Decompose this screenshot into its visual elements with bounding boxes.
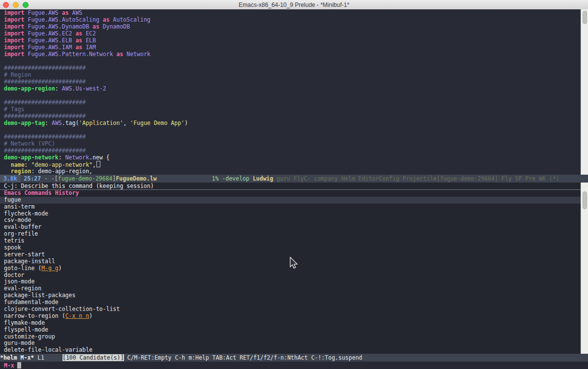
segment-hmlplain: L1	[37, 354, 48, 361]
helm-candidate[interactable]: package-list-packages	[0, 292, 581, 299]
helm-header-line: C-j: Describe this command (keeping sess…	[0, 183, 581, 190]
helm-candidate[interactable]: ansi-term	[0, 204, 581, 211]
helm-candidate[interactable]: doctor	[0, 272, 581, 279]
segment-mlgreen: 1% -develop	[212, 175, 253, 182]
candidate-label: delete-file-local-variable	[4, 346, 93, 353]
segment-hmlbold: *helm M-x*	[0, 354, 37, 361]
segment-key: name	[11, 161, 25, 168]
segment-kw: import	[4, 16, 28, 23]
titlebar[interactable]: Emacs-x86_64-10_9 Prelude - *Minibuf-1*	[0, 0, 588, 10]
candidate-label: customize-group	[4, 333, 55, 340]
segment-kw: as	[75, 44, 86, 51]
segment-mod: AutoScaling	[113, 16, 151, 23]
candidate-keybinding: C-x n n	[65, 312, 89, 319]
segment-cm: ########################	[4, 78, 86, 85]
candidate-label: guru-mode	[4, 339, 34, 346]
helm-candidate-list: fugueansi-termflycheck-modecsv-modeeval-…	[0, 197, 581, 354]
helm-candidate[interactable]: spook	[0, 245, 581, 251]
emacs-window: Emacs-x86_64-10_9 Prelude - *Minibuf-1* …	[0, 0, 588, 369]
segment-pl	[4, 168, 11, 175]
helm-candidate[interactable]: flycheck-mode	[0, 211, 581, 217]
candidate-label: eval-buffer	[4, 223, 41, 230]
helm-candidate[interactable]: csv-mode	[0, 217, 581, 224]
code-line: ########################	[4, 147, 581, 154]
segment-str: 'Fugue Demo App'	[130, 120, 185, 126]
helm-candidate[interactable]: eval-region	[0, 285, 581, 292]
code-line	[4, 92, 581, 99]
scrollbar-thumb[interactable]	[583, 11, 587, 24]
zoom-button-icon[interactable]	[23, 2, 29, 8]
candidate-label: package-list-packages	[4, 292, 75, 299]
segment-pl: )	[185, 120, 188, 126]
segment-var: demo-app-region	[4, 85, 55, 92]
helm-candidate[interactable]: clojure-convert-collection-to-list	[0, 306, 581, 313]
segment-mlblue2: 25:27	[21, 175, 44, 182]
helm-source-header: Emacs Commands History	[0, 190, 581, 197]
helm-candidate[interactable]: tetris	[0, 238, 581, 245]
helm-candidate[interactable]: guru-mode	[0, 340, 581, 347]
close-button-icon[interactable]	[3, 2, 9, 8]
segment-pl: :	[25, 161, 31, 168]
helm-candidate[interactable]: fugue	[0, 197, 581, 204]
text-cursor	[17, 362, 21, 369]
code-line: name: "demo-app-network",	[4, 161, 581, 168]
helm-candidate[interactable]: flymake-mode	[0, 320, 581, 327]
candidate-label: flymake-mode	[4, 319, 45, 326]
scrollbar-thumb[interactable]	[583, 191, 587, 209]
minibuffer[interactable]: M-x	[0, 362, 588, 369]
segment-kw: import	[4, 23, 28, 30]
segment-kw: as	[116, 51, 126, 58]
segment-mod: Fugue.AWS.AutoScaling	[28, 16, 102, 23]
code-line: import Fugue.AWS.EC2 as EC2	[4, 30, 581, 37]
code-line: import Fugue.AWS.AutoScaling as AutoScal…	[4, 16, 581, 23]
segment-mod: Fugue.AWS	[28, 9, 62, 16]
code-line: import Fugue.AWS.ELB as ELB	[4, 37, 581, 44]
segment-mod: Fugue.AWS.EC2	[28, 30, 75, 37]
scrollbar-helm[interactable]	[581, 183, 588, 354]
segment-cm: ########################	[4, 64, 86, 71]
helm-candidate[interactable]: fundamental-mode	[0, 299, 581, 306]
helm-candidate[interactable]: org-refile	[0, 231, 581, 238]
helm-candidate[interactable]: delete-file-local-variable	[0, 347, 581, 354]
segment-mlgreen2: fugue-demo-29684	[58, 175, 113, 182]
minimize-button-icon[interactable]	[13, 2, 19, 8]
code-line: demo-app-region: AWS.Us-west-2	[4, 85, 581, 92]
segment-pl: :	[55, 85, 62, 92]
segment-cm: ########################	[4, 113, 86, 120]
helm-candidate[interactable]: narrow-to-region (C-x n n)	[0, 313, 581, 320]
segment-key: region	[11, 168, 31, 175]
segment-mod: DynamoDB	[103, 23, 130, 30]
segment-mod: Network	[65, 154, 89, 161]
candidate-label: package-install	[4, 258, 55, 265]
segment-kw: import	[4, 37, 28, 44]
helm-candidate[interactable]: eval-buffer	[0, 224, 581, 231]
helm-candidate[interactable]: flyspell-mode	[0, 327, 581, 334]
minibuffer-prompt: M-x	[4, 362, 14, 369]
helm-candidate[interactable]: json-mode	[0, 278, 581, 285]
segment-pl: :	[31, 168, 38, 175]
candidate-label: flyspell-mode	[4, 326, 48, 333]
code-line: ########################	[4, 133, 581, 140]
segment-cm: ########################	[4, 133, 86, 140]
segment-mlgray: - -[	[44, 175, 58, 182]
candidate-label: narrow-to-region	[4, 312, 59, 319]
segment-mod: AWS	[72, 9, 83, 16]
code-line: demo-app-network: Network.new {	[4, 154, 581, 161]
code-line: import Fugue.AWS as AWS	[4, 9, 581, 16]
segment-pl: ,	[93, 161, 96, 168]
scrollbar-code[interactable]	[581, 9, 588, 175]
helm-candidate[interactable]: customize-group	[0, 334, 581, 340]
helm-modeline: *helm M-x* L1 [100 Candidate(s)] C/M-RET…	[0, 354, 588, 362]
segment-mod: Fugue.AWS.ELB	[28, 37, 75, 44]
code-line: ########################	[4, 113, 581, 120]
segment-cm: # Network (VPC)	[4, 140, 55, 147]
segment-pl: demo-app-region,	[38, 168, 93, 175]
segment-kw: as	[75, 30, 86, 37]
candidate-label: goto-line	[4, 265, 34, 272]
candidate-label: server-start	[4, 251, 45, 258]
segment-kw: as	[75, 37, 86, 44]
code-buffer[interactable]: import Fugue.AWS as AWSimport Fugue.AWS.…	[0, 9, 581, 175]
segment-pl	[4, 161, 11, 168]
segment-hmlchip: [100 Candidate(s)]	[62, 354, 124, 361]
segment-mod: ELB	[86, 37, 96, 44]
